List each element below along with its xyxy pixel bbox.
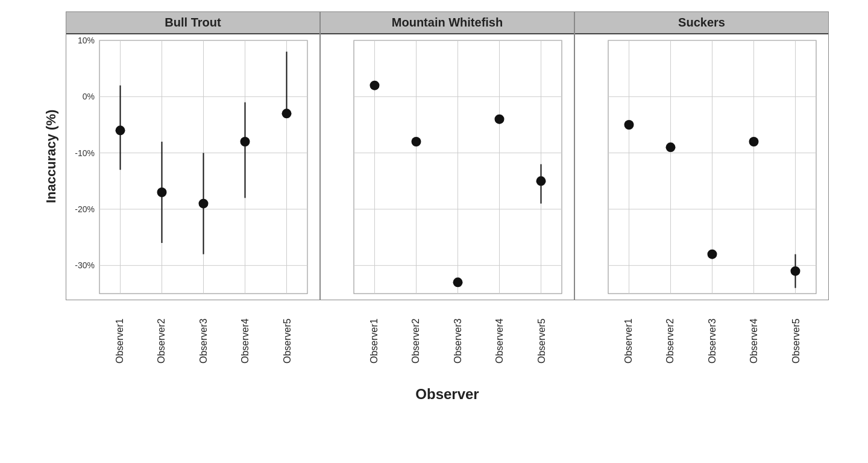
svg-point-42 [536, 176, 546, 186]
svg-point-59 [791, 266, 800, 276]
x-label-suckers-1: Observer1 [608, 300, 649, 385]
svg-point-17 [116, 125, 125, 135]
svg-point-39 [453, 277, 463, 287]
x-label-bull-trout-2: Observer2 [140, 300, 182, 385]
x-label-bull-trout-5: Observer5 [266, 300, 308, 385]
x-label-suckers-2: Observer2 [649, 300, 691, 385]
panel-header-mountain-whitefish: Mountain Whitefish [321, 12, 574, 34]
x-label-suckers-5: Observer5 [775, 300, 817, 385]
panel-header-suckers: Suckers [575, 12, 828, 34]
x-labels-mountain-whitefish: Observer1Observer2Observer3Observer4Obse… [320, 300, 574, 385]
x-label-bull-trout-3: Observer3 [183, 300, 224, 385]
svg-point-19 [157, 187, 167, 197]
panel-header-bull-trout: Bull Trout [66, 12, 319, 34]
svg-text:10%: 10% [78, 36, 95, 45]
svg-text:-10%: -10% [75, 148, 95, 158]
plot-svg-suckers [575, 34, 828, 300]
panel-mountain-whitefish: Mountain Whitefish [320, 11, 574, 300]
svg-point-54 [624, 120, 634, 130]
chart-container: Inaccuracy (%) Bull Trout10%0%-10%-20%-3… [18, 11, 850, 452]
svg-text:-20%: -20% [75, 204, 95, 214]
x-label-mountain-whitefish-4: Observer4 [479, 300, 520, 385]
plot-svg-bull-trout: 10%0%-10%-20%-30% [66, 34, 319, 300]
svg-text:-30%: -30% [75, 260, 95, 270]
x-label-mountain-whitefish-5: Observer5 [521, 300, 562, 385]
panels-wrapper: Bull Trout10%0%-10%-20%-30%Mountain Whit… [66, 11, 829, 300]
svg-point-25 [282, 109, 292, 118]
plot-svg-mountain-whitefish [321, 34, 574, 300]
panel-suckers: Suckers [574, 11, 829, 300]
x-axis-title: Observer [66, 386, 829, 403]
x-label-bull-trout-4: Observer4 [224, 300, 266, 385]
x-label-mountain-whitefish-2: Observer2 [395, 300, 436, 385]
x-label-bull-trout-1: Observer1 [99, 300, 140, 385]
svg-point-23 [241, 137, 250, 146]
svg-point-40 [495, 115, 505, 124]
svg-point-38 [412, 137, 421, 146]
outer-wrapper: Inaccuracy (%) Bull Trout10%0%-10%-20%-3… [39, 11, 829, 403]
x-labels-bull-trout: Observer1Observer2Observer3Observer4Obse… [66, 300, 320, 385]
y-axis-label: Inaccuracy (%) [39, 11, 63, 301]
svg-point-21 [199, 199, 209, 209]
panel-bull-trout: Bull Trout10%0%-10%-20%-30% [66, 11, 320, 300]
svg-point-55 [666, 142, 676, 152]
x-label-suckers-3: Observer3 [691, 300, 733, 385]
svg-point-37 [370, 81, 380, 90]
x-label-mountain-whitefish-3: Observer3 [437, 300, 479, 385]
x-labels-suckers: Observer1Observer2Observer3Observer4Obse… [574, 300, 829, 385]
svg-point-56 [708, 250, 717, 259]
x-label-mountain-whitefish-1: Observer1 [353, 300, 395, 385]
x-label-suckers-4: Observer4 [733, 300, 775, 385]
svg-text:0%: 0% [83, 92, 95, 101]
svg-point-57 [749, 137, 759, 146]
